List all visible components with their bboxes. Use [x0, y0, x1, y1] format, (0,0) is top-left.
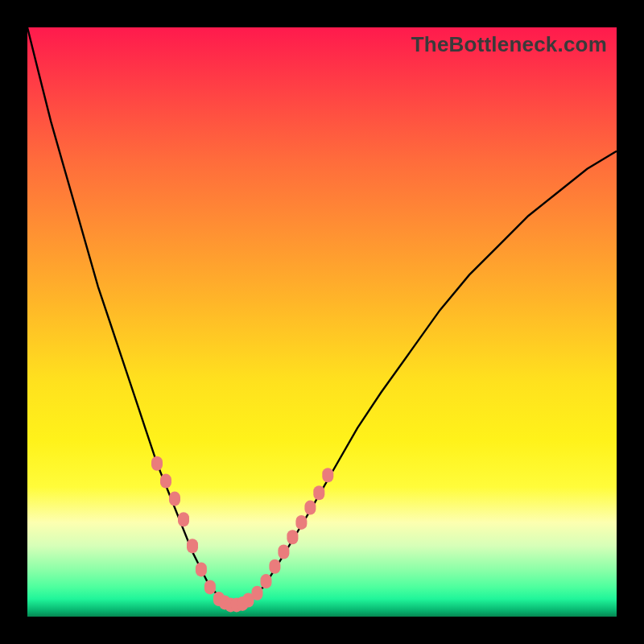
outer-frame: TheBottleneck.com [0, 0, 644, 644]
marker-dot [178, 512, 189, 526]
marker-dot [187, 539, 198, 553]
marker-dot [151, 456, 163, 471]
marker-dots [151, 456, 333, 613]
plot-area: TheBottleneck.com [27, 27, 617, 617]
marker-dot [322, 468, 333, 482]
marker-dot [204, 580, 216, 594]
marker-dot [196, 562, 207, 576]
marker-dot [160, 474, 171, 489]
bottleneck-curve [27, 27, 617, 605]
marker-dot [295, 515, 307, 530]
marker-dot [169, 492, 180, 506]
marker-dot [261, 574, 272, 588]
marker-dot [269, 559, 280, 574]
marker-dot [252, 586, 263, 601]
marker-dot [278, 545, 289, 559]
marker-dot [313, 485, 324, 500]
chart-svg [27, 27, 617, 617]
marker-dot [287, 530, 298, 544]
marker-dot [304, 501, 316, 515]
